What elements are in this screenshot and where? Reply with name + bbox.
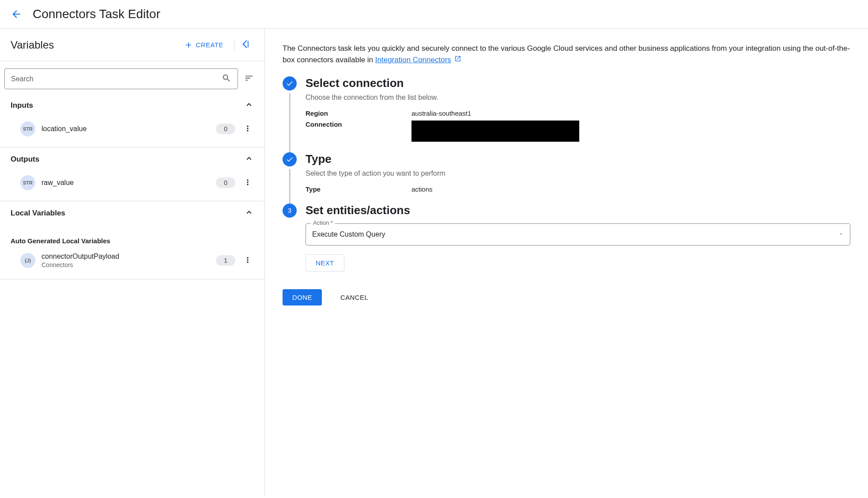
collapse-panel-icon[interactable] — [241, 38, 254, 52]
variables-title: Variables — [11, 39, 54, 51]
connection-value-redacted — [411, 121, 579, 142]
page-title: Connectors Task Editor — [33, 7, 160, 21]
chevron-up-icon — [244, 154, 254, 165]
variable-name: raw_value — [42, 179, 210, 187]
more-vert-icon[interactable] — [242, 176, 254, 190]
step-subtitle: Choose the connection from the list belo… — [306, 94, 850, 102]
done-button[interactable]: DONE — [283, 289, 322, 306]
usage-count-badge: 0 — [216, 124, 235, 134]
step-complete-icon — [283, 76, 297, 91]
external-link-icon — [454, 56, 461, 64]
connection-label: Connection — [306, 121, 411, 142]
step-complete-icon — [283, 152, 297, 166]
usage-count-badge: 1 — [216, 255, 235, 266]
action-select-field[interactable]: Action * Execute Custom Query — [306, 223, 850, 245]
step-entities-actions: 3 Set entities/actions Action * Execute … — [283, 204, 850, 280]
task-editor-header: Connectors Task Editor — [0, 0, 868, 29]
create-label: CREATE — [196, 41, 223, 49]
action-select-label: Action * — [311, 219, 335, 226]
more-vert-icon[interactable] — [242, 254, 254, 268]
integration-connectors-link[interactable]: Integration Connectors — [375, 56, 451, 64]
chevron-up-icon — [244, 100, 254, 111]
inputs-section: Inputs STR location_value 0 — [0, 94, 264, 147]
type-chip-str: STR — [20, 121, 35, 136]
search-box[interactable] — [4, 68, 238, 89]
step-title: Set entities/actions — [306, 204, 850, 217]
create-variable-button[interactable]: CREATE — [180, 38, 228, 52]
next-button[interactable]: NEXT — [306, 254, 344, 272]
step-title: Type — [306, 152, 850, 166]
variable-row[interactable]: STR location_value 0 — [0, 117, 264, 147]
variable-subtitle: Connectors — [42, 261, 210, 268]
configuration-panel: The Connectors task lets you quickly and… — [265, 29, 868, 497]
region-label: Region — [306, 109, 411, 117]
outputs-title: Outputs — [11, 155, 39, 164]
local-variables-section: Local Variables Auto Generated Local Var… — [0, 201, 264, 279]
cancel-button[interactable]: CANCEL — [331, 289, 378, 306]
step-title: Select connection — [306, 76, 850, 90]
auto-generated-title: Auto Generated Local Variables — [0, 225, 264, 248]
type-chip-str: STR — [20, 175, 35, 190]
variable-row[interactable]: STR raw_value 0 — [0, 171, 264, 201]
connector-description: The Connectors task lets you quickly and… — [283, 43, 850, 66]
inputs-title: Inputs — [11, 101, 33, 110]
action-select-value: Execute Custom Query — [312, 230, 385, 238]
variables-panel: Variables CREATE — [0, 29, 265, 497]
usage-count-badge: 0 — [216, 177, 235, 188]
local-variables-header[interactable]: Local Variables — [0, 201, 264, 225]
step-number-icon: 3 — [283, 204, 297, 218]
variable-name: location_value — [42, 125, 210, 133]
filter-icon[interactable] — [244, 73, 254, 84]
search-icon — [222, 73, 231, 84]
outputs-section: Outputs STR raw_value 0 — [0, 147, 264, 201]
type-chip-json: {J} — [20, 253, 35, 268]
type-label: Type — [306, 185, 411, 193]
step-type: Type Select the type of action you want … — [283, 152, 850, 204]
more-vert-icon[interactable] — [242, 122, 254, 136]
variable-row[interactable]: {J} connectorOutputPayload Connectors 1 — [0, 248, 264, 279]
outputs-header[interactable]: Outputs — [0, 147, 264, 171]
chevron-up-icon — [244, 208, 254, 219]
type-value: actions — [411, 185, 850, 193]
inputs-header[interactable]: Inputs — [0, 94, 264, 117]
region-value: australia-southeast1 — [411, 109, 850, 117]
local-variables-title: Local Variables — [11, 209, 65, 218]
step-select-connection: Select connection Choose the connection … — [283, 76, 850, 152]
variable-name: connectorOutputPayload — [42, 253, 210, 260]
dropdown-arrow-icon — [838, 230, 844, 238]
step-subtitle: Select the type of action you want to pe… — [306, 170, 850, 177]
back-arrow-icon[interactable] — [11, 8, 22, 20]
search-input[interactable] — [11, 75, 222, 83]
